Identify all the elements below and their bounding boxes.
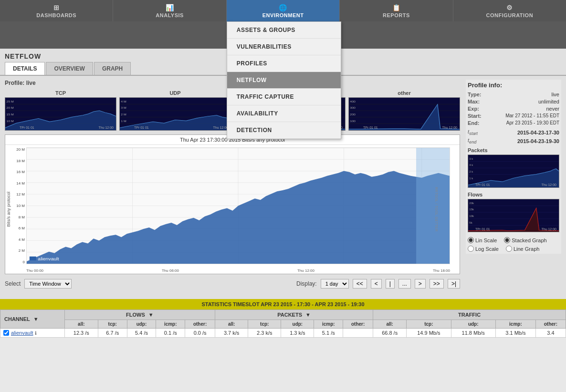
tend-label: tend [468,137,476,144]
start-val: Mar 27 2012 - 11:55 EDT [505,113,559,119]
svg-text:1 M: 1 M [121,119,126,122]
right-panel: Profile info: Type: live Max: unlimited … [466,80,561,293]
svg-text:100: 100 [350,119,356,122]
tcp-chart-container: TCP 25 M [5,90,116,131]
svg-text:15 M: 15 M [6,113,13,115]
stacked-graph-input[interactable] [504,237,510,243]
flows-udp-header: udp: [127,320,156,329]
tstart-val: 2015-04-23-17-30 [517,130,559,135]
select-label: Select [5,280,21,287]
radio-options: Lin Scale Stacked Graph Log Scale [468,237,559,252]
channel-checkbox[interactable] [3,330,9,336]
flows-icmp-cell: 0.1 /s [156,329,185,338]
channel-info-icon[interactable]: ℹ [35,330,37,336]
tcp-chart: 25 M 20 M 15 M 10 M TPr 01 01Thu 12:00 [5,97,116,131]
flows-sort-icon[interactable]: ▼ [148,312,154,318]
type-key: Type: [468,92,482,97]
nav-analysis[interactable]: 📊 ANALYSIS [113,0,226,21]
svg-text:2 k: 2 k [469,171,473,173]
tcp-label: TCP [5,90,116,96]
packets-icmp-cell: 5.1 /s [314,329,343,338]
tab-details[interactable]: DETAILS [5,62,45,75]
col-channel: CHANNEL ▼ [0,310,65,329]
channel-sort-icon[interactable]: ▼ [33,316,39,322]
col-packets: PACKETS ▼ [215,310,373,320]
traffic-tcp-header: tcp: [407,320,451,329]
nav-last-btn[interactable]: >| [448,279,460,289]
traffic-icmp-cell: 3.1 Mb/s [495,329,535,338]
nav-dots-btn[interactable]: ... [398,279,411,289]
log-scale-radio[interactable]: Log Scale [468,246,499,252]
stacked-graph-radio[interactable]: Stacked Graph [504,237,546,243]
line-graph-radio[interactable]: Line Graph [506,246,539,252]
nav-configuration[interactable]: ⚙ CONFIGURATION [453,0,566,21]
tab-overview[interactable]: OVERVIEW [46,62,93,75]
flows-other-header: other: [185,320,215,329]
lin-scale-input[interactable] [468,237,474,243]
other-label: other [348,90,460,96]
exp-val: never [546,106,559,112]
svg-text:15k: 15k [469,208,474,211]
nav-fast-fwd-btn[interactable]: >> [430,279,444,289]
nav-dashboards[interactable]: ⊞ DASHBOARDS [0,0,113,21]
col-traffic: TRAFFIC [373,310,566,320]
svg-text:10 M: 10 M [6,119,13,122]
svg-text:4 k: 4 k [469,164,473,166]
other-chart: 400 300 200 100 TPr 01 01Thu 12:00 [348,97,460,131]
nav-current-btn[interactable]: | [386,279,395,289]
svg-rect-30 [349,98,460,130]
packets-sort-icon[interactable]: ▼ [305,312,311,318]
time-window-select[interactable]: Time Window [24,279,72,289]
svg-text:200: 200 [350,113,356,115]
dashboards-label: DASHBOARDS [36,12,76,18]
nav-next-btn[interactable]: > [415,279,426,289]
menu-vulnerabilities[interactable]: VULNERABILITIES [227,39,341,55]
environment-icon: 🌐 [279,4,287,11]
main-chart-container: Thu Apr 23 17:30:00 2015 Bits/s any prot… [5,134,460,274]
nav-environment[interactable]: 🌐 ENVIRONMENT ASSETS & GROUPS VULNERABIL… [227,0,340,21]
tab-graph[interactable]: GRAPH [94,62,131,75]
display-select[interactable]: 1 day [321,279,349,289]
traffic-other-cell: 3.4 [535,329,566,338]
flows-tcp-cell: 6.7 /s [98,329,127,338]
flows-label: Flows [468,192,559,197]
svg-text:4 M: 4 M [121,100,126,103]
menu-assets-groups[interactable]: ASSETS & GROUPS [227,22,341,39]
traffic-all-header: all: [373,320,407,329]
tend-val: 2015-04-23-19-30 [517,138,559,144]
svg-text:300: 300 [350,106,356,109]
traffic-other-header: other: [535,320,566,329]
stats-table: CHANNEL ▼ FLOWS ▼ PACKETS ▼ TRAFFIC [0,309,566,338]
traffic-udp-header: udp: [451,320,495,329]
reports-icon: 📋 [392,4,401,11]
nav-prev-btn[interactable]: < [371,279,382,289]
svg-text:3 k: 3 k [469,158,473,160]
main-chart-area: Bits/s any protocol 20 M18 M16 M14 M12 M… [5,145,460,274]
tstart-label: tstart [468,129,478,136]
menu-traffic-capture[interactable]: TRAFFIC CAPTURE [227,89,341,105]
packets-label: Packets [468,147,559,153]
flows-all-header: all: [64,320,98,329]
log-scale-input[interactable] [468,246,474,252]
menu-detection[interactable]: DETECTION [227,122,341,139]
line-graph-input[interactable] [506,246,512,252]
svg-text:25 M: 25 M [6,100,13,103]
profile-info-title: Profile info: [468,82,559,89]
col-flows: FLOWS ▼ [64,310,215,320]
environment-trigger[interactable]: 🌐 ENVIRONMENT [227,0,339,21]
top-nav: ⊞ DASHBOARDS 📊 ANALYSIS 🌐 ENVIRONMENT AS… [0,0,566,21]
svg-text:1 k: 1 k [469,177,473,179]
max-val: unlimited [538,99,559,104]
menu-availability[interactable]: AVAILABILITY [227,105,341,122]
flows-icmp-header: icmp: [156,320,185,329]
nav-reports[interactable]: 📋 REPORTS [340,0,453,21]
end-key: End: [468,120,479,126]
configuration-icon: ⚙ [506,4,513,11]
stats-table-container: CHANNEL ▼ FLOWS ▼ PACKETS ▼ TRAFFIC [0,309,566,338]
menu-netflow[interactable]: NETFLOW [227,72,341,89]
menu-profiles[interactable]: PROFILES [227,55,341,72]
lin-scale-radio[interactable]: Lin Scale [468,237,497,243]
nav-first-btn[interactable]: << [353,279,367,289]
packets-udp-cell: 1.3 k/s [281,329,314,338]
svg-text:5k: 5k [469,221,472,224]
